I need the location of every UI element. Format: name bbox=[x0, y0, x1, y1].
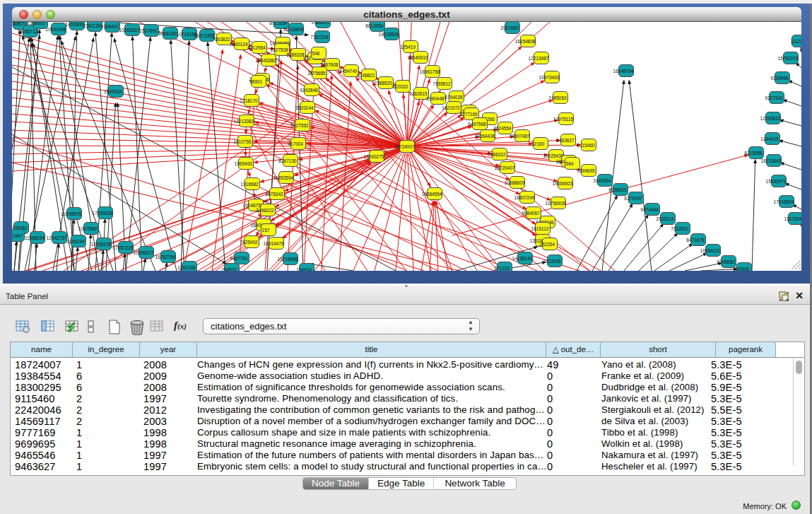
svg-text:7663822: 7663822 bbox=[212, 37, 230, 42]
svg-text:8427552: 8427552 bbox=[290, 123, 309, 128]
svg-text:1610755: 1610755 bbox=[233, 139, 252, 144]
svg-text:1403906: 1403906 bbox=[65, 22, 83, 27]
svg-text:17957225: 17957225 bbox=[113, 245, 134, 250]
svg-text:19384554: 19384554 bbox=[422, 192, 442, 197]
svg-text:3911947: 3911947 bbox=[12, 233, 23, 238]
svg-text:8186328: 8186328 bbox=[286, 52, 305, 57]
svg-text:3624554: 3624554 bbox=[493, 126, 512, 131]
svg-text:417004: 417004 bbox=[288, 141, 303, 146]
svg-text:10653267: 10653267 bbox=[119, 28, 140, 33]
svg-text:10807487: 10807487 bbox=[510, 134, 530, 139]
svg-text:7955812: 7955812 bbox=[433, 81, 451, 86]
svg-text:1244415: 1244415 bbox=[760, 136, 779, 141]
svg-text:10688609: 10688609 bbox=[505, 180, 525, 185]
svg-text:157: 157 bbox=[262, 228, 270, 233]
svg-text:2935114: 2935114 bbox=[657, 216, 674, 221]
svg-text:7625402: 7625402 bbox=[240, 240, 258, 245]
svg-text:20691406: 20691406 bbox=[46, 27, 66, 32]
svg-text:8813054: 8813054 bbox=[365, 23, 384, 28]
svg-text:9474444: 9474444 bbox=[640, 207, 659, 212]
svg-text:10654112: 10654112 bbox=[700, 248, 721, 253]
svg-text:271233: 271233 bbox=[494, 266, 510, 271]
svg-text:10975867: 10975867 bbox=[78, 226, 99, 231]
svg-text:2718170: 2718170 bbox=[240, 98, 258, 103]
svg-text:6466160: 6466160 bbox=[158, 31, 177, 36]
svg-text:9457791: 9457791 bbox=[230, 256, 248, 261]
svg-text:8878342: 8878342 bbox=[265, 192, 283, 197]
svg-text:924505: 924505 bbox=[734, 267, 749, 271]
svg-text:11568294: 11568294 bbox=[25, 235, 45, 240]
svg-text:3875685: 3875685 bbox=[307, 71, 326, 76]
svg-text:1986371: 1986371 bbox=[311, 22, 329, 25]
svg-text:9242848: 9242848 bbox=[300, 88, 318, 93]
svg-text:14055712: 14055712 bbox=[18, 29, 38, 34]
svg-text:15720407: 15720407 bbox=[495, 165, 515, 170]
svg-text:2905334: 2905334 bbox=[104, 89, 122, 94]
svg-text:17359928: 17359928 bbox=[93, 211, 113, 216]
svg-text:10756928: 10756928 bbox=[546, 201, 566, 206]
svg-text:12942757: 12942757 bbox=[47, 235, 67, 240]
svg-text:16648764: 16648764 bbox=[613, 69, 634, 74]
svg-text:9115460: 9115460 bbox=[577, 143, 595, 148]
svg-text:9463627: 9463627 bbox=[556, 138, 575, 143]
svg-text:12505135: 12505135 bbox=[91, 242, 112, 247]
svg-text:564: 564 bbox=[566, 161, 574, 166]
svg-text:8912954: 8912954 bbox=[247, 45, 266, 50]
svg-text:20364436: 20364436 bbox=[475, 134, 495, 139]
svg-text:125419: 125419 bbox=[400, 45, 416, 49]
svg-text:1965493: 1965493 bbox=[234, 161, 252, 166]
svg-text:16961758: 16961758 bbox=[420, 69, 440, 74]
svg-text:9227342: 9227342 bbox=[765, 95, 783, 100]
svg-text:124914: 124914 bbox=[296, 267, 312, 271]
svg-text:9245652: 9245652 bbox=[717, 259, 735, 264]
svg-text:1167534: 1167534 bbox=[784, 216, 801, 221]
svg-text:14136141: 14136141 bbox=[512, 256, 533, 261]
svg-text:822033: 822033 bbox=[392, 84, 408, 89]
svg-text:16210643: 16210643 bbox=[761, 158, 782, 163]
svg-text:1733426: 1733426 bbox=[543, 259, 561, 264]
svg-text:6794028: 6794028 bbox=[445, 95, 463, 100]
svg-text:1145194: 1145194 bbox=[67, 239, 85, 244]
svg-text:11353594: 11353594 bbox=[273, 175, 294, 180]
svg-text:1588520: 1588520 bbox=[374, 81, 392, 86]
svg-text:6379197: 6379197 bbox=[624, 196, 642, 201]
svg-text:12093822: 12093822 bbox=[760, 116, 781, 121]
svg-text:7485063: 7485063 bbox=[548, 95, 567, 100]
svg-text:7357224: 7357224 bbox=[310, 35, 329, 40]
svg-text:18807249: 18807249 bbox=[514, 195, 535, 200]
svg-text:1640954: 1640954 bbox=[593, 178, 611, 183]
svg-text:9368402: 9368402 bbox=[100, 24, 119, 29]
svg-text:546: 546 bbox=[312, 51, 320, 56]
svg-text:8913154: 8913154 bbox=[269, 22, 288, 25]
svg-text:15751074: 15751074 bbox=[778, 56, 799, 61]
svg-text:18724007: 18724007 bbox=[394, 144, 415, 149]
svg-text:11121: 11121 bbox=[790, 39, 801, 44]
svg-text:1292346: 1292346 bbox=[177, 265, 196, 270]
svg-text:19654923: 19654923 bbox=[553, 181, 573, 186]
svg-text:16543382: 16543382 bbox=[256, 58, 276, 63]
svg-text:12213383: 12213383 bbox=[234, 119, 254, 124]
svg-text:19218506: 19218506 bbox=[379, 32, 399, 37]
svg-text:8215958: 8215958 bbox=[744, 151, 763, 156]
svg-text:18640910: 18640910 bbox=[408, 55, 428, 60]
svg-text:7986322: 7986322 bbox=[488, 152, 506, 157]
svg-text:254502: 254502 bbox=[221, 267, 237, 271]
svg-text:98901: 98901 bbox=[249, 79, 262, 84]
svg-text:938001: 938001 bbox=[30, 22, 45, 25]
svg-text:3498222: 3498222 bbox=[256, 208, 274, 213]
svg-text:8267130: 8267130 bbox=[278, 158, 297, 163]
svg-text:1916682: 1916682 bbox=[240, 182, 259, 187]
svg-text:8660124: 8660124 bbox=[230, 42, 248, 47]
svg-text:9084067: 9084067 bbox=[522, 211, 540, 216]
svg-text:9699695: 9699695 bbox=[577, 168, 595, 173]
svg-text:9146821: 9146821 bbox=[357, 73, 375, 78]
svg-text:1362615: 1362615 bbox=[409, 91, 428, 96]
svg-text:9329996: 9329996 bbox=[770, 76, 789, 81]
svg-text:10025438: 10025438 bbox=[543, 153, 564, 158]
svg-text:16914479: 16914479 bbox=[264, 241, 284, 246]
svg-text:1615112: 1615112 bbox=[531, 226, 549, 231]
svg-text:7632621: 7632621 bbox=[671, 226, 689, 231]
svg-text:20206576: 20206576 bbox=[61, 211, 82, 216]
svg-text:12213987: 12213987 bbox=[529, 56, 549, 61]
svg-text:10958107: 10958107 bbox=[134, 250, 154, 255]
